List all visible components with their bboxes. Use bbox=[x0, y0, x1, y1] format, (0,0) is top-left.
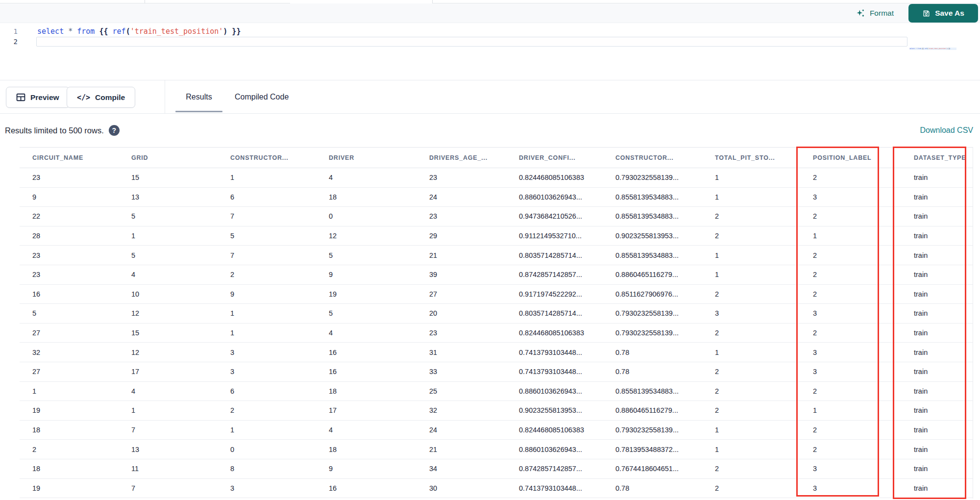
table-cell: 18 bbox=[20, 420, 119, 440]
table-cell: 0.8742857142857... bbox=[506, 265, 603, 284]
table-cell: 32 bbox=[416, 401, 506, 421]
column-header: CIRCUIT_NAME bbox=[20, 148, 119, 168]
results-action-bar: Preview </> Compile Results Compiled Cod… bbox=[0, 80, 980, 114]
table-cell: 18 bbox=[316, 381, 416, 401]
table-row: 213018210.8860103626943...0.781395348837… bbox=[20, 440, 973, 459]
table-cell: train bbox=[901, 187, 973, 207]
column-header: DRIVER bbox=[316, 148, 416, 168]
preview-button[interactable]: Preview bbox=[6, 87, 70, 108]
table-cell: 1 bbox=[218, 420, 316, 440]
table-cell: 12 bbox=[119, 304, 218, 324]
format-button[interactable]: Format bbox=[856, 4, 894, 22]
table-cell: 2 bbox=[702, 362, 800, 381]
column-header: DRIVERS_AGE_... bbox=[416, 148, 506, 168]
table-row: 191217320.9023255813953...0.886046511627… bbox=[20, 401, 973, 421]
compile-button[interactable]: </> Compile bbox=[67, 87, 135, 108]
code-token: ref bbox=[113, 27, 126, 36]
table-cell: 0 bbox=[316, 207, 416, 226]
table-cell: 0.824468085106383 bbox=[506, 323, 603, 343]
code-token bbox=[73, 27, 77, 36]
table-cell: train bbox=[901, 284, 973, 304]
tab-compiled-code[interactable]: Compiled Code bbox=[235, 80, 289, 114]
table-cell: 2 bbox=[702, 226, 800, 246]
table-cell: 21 bbox=[416, 246, 506, 265]
table-cell: 23 bbox=[416, 168, 506, 188]
table-cell: 1 bbox=[119, 226, 218, 246]
table-cell: 0.9473684210526... bbox=[506, 207, 603, 226]
table-cell: 3 bbox=[800, 459, 901, 478]
table-cell: 0.7930232558139... bbox=[603, 420, 702, 440]
table-cell: train bbox=[901, 362, 973, 381]
table-cell: 23 bbox=[20, 168, 119, 188]
code-token: ( bbox=[126, 27, 130, 36]
table-cell: 0.7674418604651... bbox=[603, 459, 702, 478]
table-cell: 5 bbox=[119, 207, 218, 226]
column-header: DRIVER_CONFI... bbox=[506, 148, 603, 168]
table-row: 23575210.8035714285714...0.8558139534883… bbox=[20, 246, 973, 265]
table-cell: train bbox=[901, 381, 973, 401]
table-cell: 6 bbox=[218, 381, 316, 401]
preview-label: Preview bbox=[30, 93, 59, 102]
table-cell: train bbox=[901, 323, 973, 343]
table-cell: 2 bbox=[800, 246, 901, 265]
table-cell: 27 bbox=[20, 362, 119, 381]
table-cell: 4 bbox=[316, 323, 416, 343]
table-cell: 9 bbox=[20, 187, 119, 207]
table-cell: 0.9112149532710... bbox=[506, 226, 603, 246]
table-cell: 17 bbox=[119, 362, 218, 381]
table-cell: 25 bbox=[416, 381, 506, 401]
save-icon bbox=[922, 9, 931, 18]
code-token: select bbox=[37, 27, 64, 36]
tab-results[interactable]: Results bbox=[175, 80, 222, 114]
table-cell: 0.8558139534883... bbox=[603, 207, 702, 226]
table-cell: 2 bbox=[800, 381, 901, 401]
table-cell: 2 bbox=[702, 401, 800, 421]
active-tab-underline bbox=[175, 111, 222, 112]
editor-minimap[interactable]: select * from {{ ref('train_test_positio… bbox=[909, 48, 956, 76]
download-csv-link[interactable]: Download CSV bbox=[920, 114, 974, 147]
browser-tab-strip bbox=[0, 0, 980, 3]
line-number: 2 bbox=[0, 37, 22, 47]
table-cell: 5 bbox=[119, 246, 218, 265]
code-token: * bbox=[68, 27, 73, 36]
code-token: {{ bbox=[99, 27, 112, 36]
table-cell: train bbox=[901, 265, 973, 284]
table-cell: 3 bbox=[702, 304, 800, 324]
line-number: 1 bbox=[0, 26, 22, 37]
table-cell: 0.9171974522292... bbox=[506, 284, 603, 304]
results-info-bar: Results limited to 500 rows. ? Download … bbox=[0, 114, 980, 147]
save-as-button[interactable]: Save As bbox=[908, 4, 978, 23]
table-cell: 0.7413793103448... bbox=[506, 362, 603, 381]
table-cell: 2 bbox=[800, 440, 901, 459]
table-cell: 9 bbox=[218, 284, 316, 304]
table-cell: 7 bbox=[218, 246, 316, 265]
divider bbox=[165, 80, 165, 114]
table-cell: 4 bbox=[316, 420, 416, 440]
code-token: from bbox=[77, 27, 95, 36]
table-cell: 4 bbox=[119, 265, 218, 284]
table-cell: 0.8860465116279... bbox=[603, 265, 702, 284]
table-cell: train bbox=[901, 304, 973, 324]
tab-divider bbox=[145, 0, 145, 3]
table-cell: 20 bbox=[416, 304, 506, 324]
table-cell: 3 bbox=[800, 478, 901, 498]
sql-editor[interactable]: 1select * from {{ ref('train_test_positi… bbox=[0, 23, 980, 80]
table-cell: 1 bbox=[20, 381, 119, 401]
code-token: select bbox=[909, 48, 915, 50]
table-cell: 4 bbox=[119, 381, 218, 401]
table-cell: 0.7930232558139... bbox=[603, 304, 702, 324]
table-cell: 0.8035714285714... bbox=[506, 304, 603, 324]
table-cell: 1 bbox=[702, 168, 800, 188]
table-cell: 16 bbox=[20, 284, 119, 304]
table-cell: 1 bbox=[702, 187, 800, 207]
table-cell: 7 bbox=[119, 420, 218, 440]
column-header: CONSTRUCTOR... bbox=[218, 148, 316, 168]
table-cell: 1 bbox=[702, 343, 800, 362]
table-cell: 0 bbox=[218, 440, 316, 459]
table-cell: 0.8860103626943... bbox=[506, 440, 603, 459]
results-table: CIRCUIT_NAMEGRIDCONSTRUCTOR...DRIVERDRIV… bbox=[20, 147, 973, 499]
table-row: 181189340.8742857142857...0.767441860465… bbox=[20, 459, 973, 478]
table-cell: 17 bbox=[316, 401, 416, 421]
table-row: 231514230.8244680851063830.7930232558139… bbox=[20, 168, 973, 188]
help-icon[interactable]: ? bbox=[109, 125, 120, 136]
